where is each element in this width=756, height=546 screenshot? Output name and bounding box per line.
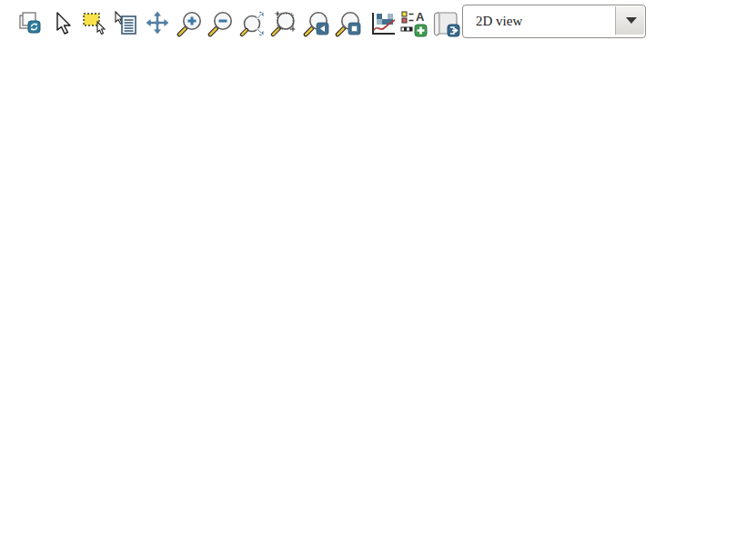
svg-text:A: A <box>416 10 425 24</box>
